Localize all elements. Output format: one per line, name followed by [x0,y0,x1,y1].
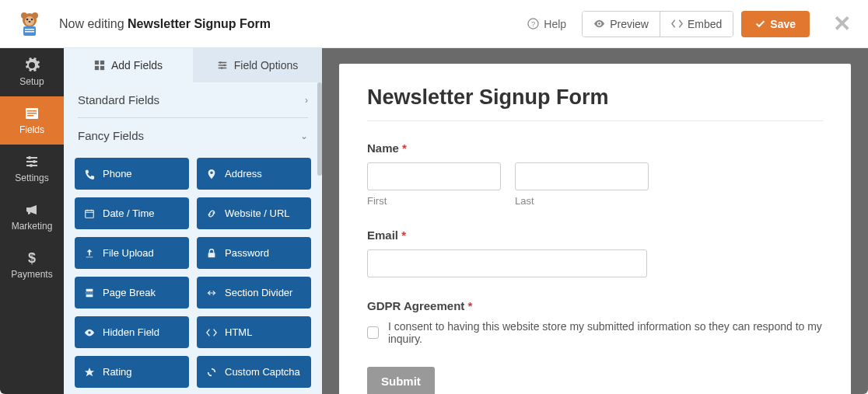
app-logo [11,5,48,43]
svg-rect-23 [95,66,99,70]
help-button[interactable]: ? Help [520,12,574,37]
field-hidden-field[interactable]: Hidden Field [75,316,189,348]
code-icon [671,18,683,30]
svg-rect-31 [86,294,93,297]
topbar: Now editing Newsletter Signup Form ? Hel… [0,0,868,48]
sidenav-payments[interactable]: $Payments [0,241,64,289]
pagebreak-icon [84,288,95,298]
form-canvas: Newsletter Signup Form Name * First Last [322,48,868,394]
svg-rect-21 [95,61,99,65]
close-button[interactable]: ✕ [833,11,851,37]
tab-add-fields[interactable]: Add Fields [64,48,193,82]
chevron-right-icon: › [305,95,308,106]
field-website-url[interactable]: Website / URL [197,197,311,229]
svg-point-6 [29,21,31,23]
gear-icon [24,58,40,73]
svg-point-4 [26,18,29,20]
field-gdpr[interactable]: GDPR Agreement * I consent to having thi… [367,299,823,345]
grid-icon [94,60,105,71]
chevron-down-icon: ⌄ [300,131,308,141]
field-email[interactable]: Email * [367,228,823,277]
field-file-upload[interactable]: File Upload [75,237,189,269]
svg-point-12 [598,23,600,25]
svg-rect-24 [100,66,104,70]
embed-button[interactable]: Embed [660,12,733,37]
svg-rect-9 [25,31,34,33]
field-custom-captcha[interactable]: Custom Captcha [197,356,311,388]
gdpr-checkbox[interactable] [367,326,379,339]
field-html[interactable]: HTML [197,316,311,348]
last-name-input[interactable] [515,162,649,190]
editing-label: Now editing Newsletter Signup Form [59,17,520,31]
sidenav-marketing[interactable]: Marketing [0,193,64,241]
svg-point-19 [30,164,33,167]
field-date-time[interactable]: Date / Time [75,197,189,229]
sliders-icon [217,60,228,71]
divider-icon [206,288,217,298]
field-password[interactable]: Password [197,237,311,269]
star-icon [84,367,95,378]
email-label: Email * [367,228,823,242]
submit-button[interactable]: Submit [367,367,435,394]
section-standard-fields[interactable]: Standard Fields› [75,82,311,117]
eye-icon [84,327,95,338]
svg-point-17 [28,156,31,159]
upload-icon [84,248,95,259]
sidenav-settings[interactable]: Settings [0,145,64,193]
svg-point-18 [33,160,36,163]
svg-point-5 [31,18,33,20]
svg-text:$: $ [28,250,36,266]
svg-rect-15 [27,113,37,114]
svg-rect-16 [27,115,33,117]
help-icon: ? [527,18,539,30]
sliders-icon [24,154,40,169]
check-icon [755,19,765,29]
link-icon [206,208,217,219]
svg-point-25 [219,61,222,64]
field-name[interactable]: Name * First Last [367,141,823,207]
svg-rect-30 [86,288,93,291]
svg-text:?: ? [531,20,535,28]
field-section-divider[interactable]: Section Divider [197,277,311,309]
form-title: Newsletter Signup Form [367,85,823,110]
preview-button[interactable]: Preview [583,12,660,37]
phone-icon [84,169,95,180]
field-page-break[interactable]: Page Break [75,277,189,309]
first-sublabel: First [367,195,501,207]
code-icon [206,327,217,338]
field-rating[interactable]: Rating [75,356,189,388]
fields-panel: Add Fields Field Options Standard Fields… [64,48,322,394]
gdpr-text: I consent to having this website store m… [388,320,823,345]
svg-rect-28 [86,210,94,218]
calendar-icon [84,208,95,219]
name-label: Name * [367,141,823,155]
sidenav-setup[interactable]: Setup [0,48,64,96]
svg-point-27 [221,67,223,69]
field-address[interactable]: Address [197,158,311,190]
form-icon [24,106,40,121]
bullhorn-icon [24,202,40,218]
sidenav: SetupFieldsSettingsMarketing$Payments [0,48,64,394]
svg-point-26 [223,65,226,67]
tab-field-options[interactable]: Field Options [193,48,322,82]
sidenav-fields[interactable]: Fields [0,96,64,145]
field-phone[interactable]: Phone [75,158,189,190]
pin-icon [206,169,217,180]
save-button[interactable]: Save [741,11,810,37]
captcha-icon [206,367,217,378]
section-fancy-fields[interactable]: Fancy Fields⌄ [75,118,311,153]
svg-rect-14 [27,110,37,112]
dollar-icon: $ [24,250,40,266]
svg-rect-8 [25,29,34,30]
svg-rect-29 [208,253,215,257]
gdpr-label: GDPR Agreement * [367,299,823,312]
last-sublabel: Last [515,195,649,207]
form-preview: Newsletter Signup Form Name * First Last [339,64,851,394]
lock-icon [206,248,217,259]
svg-point-32 [88,331,91,334]
first-name-input[interactable] [367,162,501,190]
email-input[interactable] [367,249,647,277]
eye-icon [593,18,605,30]
svg-rect-22 [100,61,104,65]
